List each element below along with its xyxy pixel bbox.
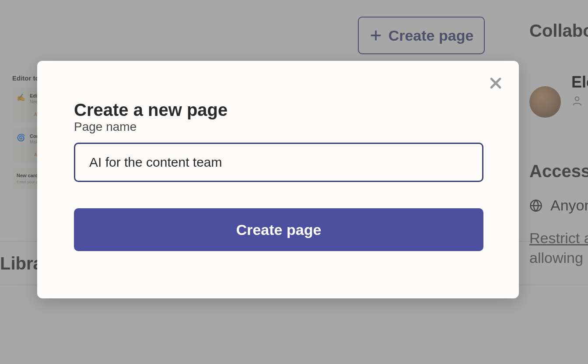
close-icon [488,76,503,91]
create-page-submit-button[interactable]: Create page [74,208,483,251]
create-page-modal: Create a new page Page name Create page [37,61,519,298]
close-button[interactable] [486,74,505,92]
page-name-label: Page name [74,120,136,133]
modal-title: Create a new page [74,100,519,120]
page-name-input[interactable] [74,143,483,182]
